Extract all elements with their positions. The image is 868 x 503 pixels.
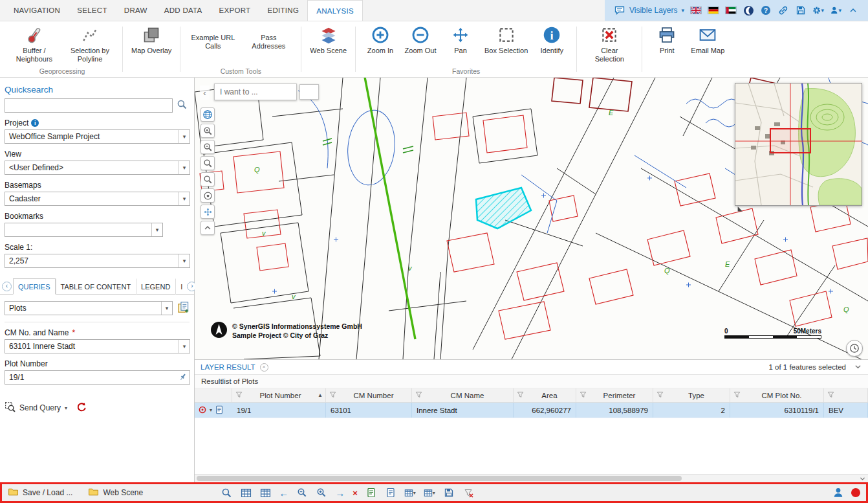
save-load-button[interactable]: Save / Load ... [8, 486, 72, 499]
print-button[interactable]: Print [647, 23, 687, 55]
zoom-extent-tool-icon[interactable] [201, 172, 215, 186]
scrollbar-thumb[interactable] [197, 476, 682, 481]
horizontal-scrollbar[interactable] [195, 474, 868, 482]
filter-icon[interactable] [579, 390, 587, 400]
filter-icon[interactable] [415, 390, 423, 400]
menu-tab-export[interactable]: EXPORT [211, 0, 259, 21]
gear-icon[interactable]: ▾ [812, 5, 824, 16]
bookmarks-select[interactable]: ▾ [5, 223, 163, 237]
tabs-scroll-left-icon[interactable]: ‹ [2, 282, 12, 291]
next-record-icon[interactable]: → [335, 488, 345, 498]
tab-table-of-content[interactable]: TABLE OF CONTENT [56, 278, 136, 295]
map-viewport[interactable]: Q v v E E E Q v E Q ‹ [195, 78, 868, 359]
table-tools-icon[interactable]: ▾ [424, 487, 435, 498]
zoom-out-tool-icon[interactable] [201, 140, 215, 154]
pin-icon[interactable] [178, 372, 188, 384]
center-map-tool-icon[interactable] [201, 188, 215, 203]
zoom-out-button[interactable]: Zoom Out [400, 23, 440, 55]
overview-extent-rectangle[interactable] [770, 129, 810, 153]
pan-button[interactable]: Pan [440, 23, 481, 55]
pass-addresses-button[interactable]: Pass Addresses [241, 23, 296, 50]
row-actions-caret-icon[interactable]: ▾ [210, 407, 212, 413]
filter-icon[interactable] [329, 390, 337, 400]
collapse-ribbon-icon[interactable] [847, 5, 859, 16]
box-selection-button[interactable]: Box Selection [481, 23, 532, 55]
web-scene-bottom-button[interactable]: Web Scene [88, 486, 143, 499]
scale-select[interactable]: 2,257 ▾ [5, 254, 190, 268]
report-icon[interactable] [385, 487, 396, 498]
remove-selection-icon[interactable]: × [353, 488, 358, 498]
quicksearch-input[interactable] [5, 98, 173, 113]
view-select[interactable]: <User Defined> ▾ [5, 161, 190, 175]
plot-number-input[interactable] [5, 370, 190, 385]
menu-tab-add-data[interactable]: ADD DATA [156, 0, 211, 21]
flag-ae-icon[interactable] [725, 6, 737, 14]
zoom-prev-icon[interactable] [296, 487, 308, 498]
flag-de-icon[interactable] [708, 6, 719, 14]
column-area[interactable]: Area [514, 388, 576, 402]
close-result-icon[interactable]: × [260, 363, 268, 372]
flag-uk-icon[interactable] [690, 6, 702, 14]
tab-truncated[interactable]: I [175, 278, 186, 295]
clear-filter-icon[interactable] [462, 487, 474, 498]
project-select[interactable]: WebOffice Sample Project ▾ [5, 129, 190, 144]
link-icon[interactable] [777, 5, 789, 16]
selection-by-polyline-button[interactable]: Selection by Polyline [62, 23, 118, 63]
i-want-to-button[interactable] [299, 84, 319, 100]
menu-tab-navigation[interactable]: NAVIGATION [5, 0, 69, 21]
example-url-calls-button[interactable]: Example URL Calls [185, 23, 241, 50]
info-icon[interactable]: i [31, 119, 39, 127]
save-result-icon[interactable] [443, 487, 455, 498]
table-row[interactable]: ▾ 19/1 63101 Innere Stadt 662,960277 108… [195, 403, 868, 418]
visible-layers-dropdown[interactable]: Visible Layers ▾ [614, 5, 684, 16]
globe-icon[interactable] [201, 107, 215, 122]
time-slider-icon[interactable] [846, 340, 863, 357]
basemaps-select[interactable]: Cadaster ▾ [5, 192, 190, 206]
overview-map[interactable] [735, 83, 862, 206]
filter-icon[interactable] [827, 390, 835, 400]
column-cm-name[interactable]: CM Name [412, 388, 514, 402]
menu-tab-analysis[interactable]: ANALYSIS [307, 0, 363, 21]
table-icon[interactable] [240, 487, 252, 498]
zoom-in-tool-icon[interactable] [201, 124, 215, 138]
web-scene-button[interactable]: Web Scene [306, 23, 351, 55]
column-perimeter[interactable]: Perimeter [576, 388, 653, 402]
table-columns-icon[interactable] [259, 487, 271, 498]
prev-record-icon[interactable]: ← [279, 488, 288, 498]
reset-query-icon[interactable] [76, 402, 87, 414]
query-select[interactable]: Plots ▾ [5, 301, 173, 315]
zoom-to-feature-icon[interactable] [198, 405, 207, 416]
collapse-panel-icon[interactable] [854, 363, 862, 372]
scroll-down-icon[interactable] [858, 475, 867, 482]
result-zoom-icon[interactable] [221, 487, 232, 498]
zoom-window-tool-icon[interactable] [201, 156, 215, 170]
save-icon[interactable] [795, 5, 807, 16]
send-query-button[interactable]: Send Query [19, 403, 61, 412]
menu-tab-select[interactable]: SELECT [69, 0, 116, 21]
layer-result-tab[interactable]: LAYER RESULT [201, 363, 255, 371]
feature-info-icon[interactable] [215, 405, 224, 416]
menu-tab-editing[interactable]: EDITING [259, 0, 307, 21]
zoom-next-icon[interactable] [316, 487, 327, 498]
help-icon[interactable] [760, 5, 772, 16]
column-extra[interactable] [824, 388, 868, 402]
sidebar-collapse-icon[interactable]: ‹ [200, 85, 210, 100]
search-icon[interactable] [177, 99, 188, 112]
collapse-tools-icon[interactable] [201, 221, 215, 235]
user-icon[interactable]: ▾ [830, 5, 841, 16]
filter-icon[interactable] [235, 390, 243, 400]
filter-icon[interactable] [733, 390, 741, 400]
zoom-in-button[interactable]: Zoom In [360, 23, 400, 55]
tab-legend[interactable]: LEGEND [136, 278, 175, 295]
user-icon[interactable] [832, 487, 844, 498]
column-plot-number[interactable]: Plot Number ▲ [232, 388, 326, 402]
clear-selection-button[interactable]: Clear Selection [581, 23, 637, 63]
column-type[interactable]: Type [653, 388, 730, 402]
excel-export-icon[interactable] [365, 487, 377, 498]
column-cm-number[interactable]: CM Number [326, 388, 412, 402]
filter-icon[interactable] [656, 390, 664, 400]
menu-tab-draw[interactable]: DRAW [116, 0, 156, 21]
map-overlay-button[interactable]: Map Overlay [127, 23, 175, 55]
i-want-to-input[interactable] [214, 84, 297, 100]
crescent-icon[interactable] [743, 5, 754, 16]
